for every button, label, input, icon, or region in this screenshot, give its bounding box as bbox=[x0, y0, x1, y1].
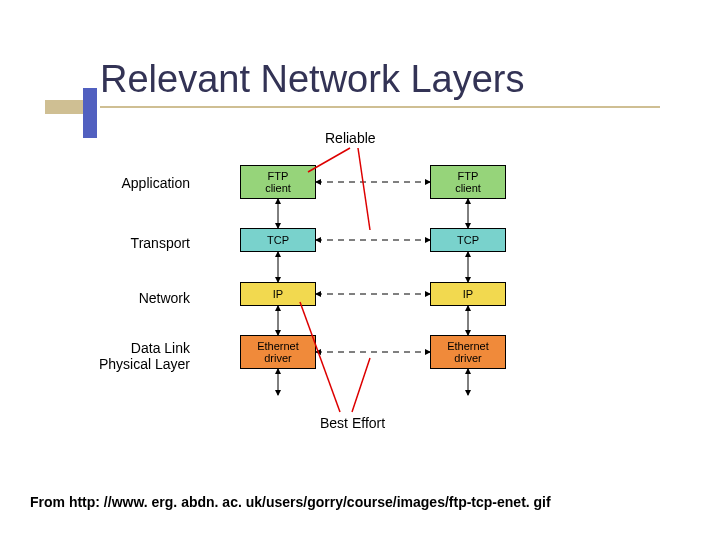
box-ip-right: IP bbox=[430, 282, 506, 306]
label-application: Application bbox=[70, 175, 190, 191]
svg-line-13 bbox=[358, 148, 370, 230]
label-best-effort: Best Effort bbox=[320, 415, 385, 431]
box-tcp-right: TCP bbox=[430, 228, 506, 252]
box-tcp-left: TCP bbox=[240, 228, 316, 252]
box-ethernet-right: Ethernet driver bbox=[430, 335, 506, 369]
network-layers-diagram: Reliable Best Effort Application Transpo… bbox=[100, 130, 620, 440]
label-datalink: Data Link Physical Layer bbox=[70, 340, 190, 372]
source-caption: From http: //www. erg. abdn. ac. uk/user… bbox=[30, 494, 551, 510]
title-decor-vertical bbox=[83, 88, 97, 138]
svg-line-15 bbox=[352, 358, 370, 412]
slide-title: Relevant Network Layers bbox=[100, 58, 525, 101]
label-reliable: Reliable bbox=[325, 130, 376, 146]
box-ftp-client-left: FTP client bbox=[240, 165, 316, 199]
box-ethernet-left: Ethernet driver bbox=[240, 335, 316, 369]
box-ip-left: IP bbox=[240, 282, 316, 306]
title-underline bbox=[100, 106, 660, 108]
box-ftp-client-right: FTP client bbox=[430, 165, 506, 199]
label-network: Network bbox=[70, 290, 190, 306]
label-transport: Transport bbox=[70, 235, 190, 251]
